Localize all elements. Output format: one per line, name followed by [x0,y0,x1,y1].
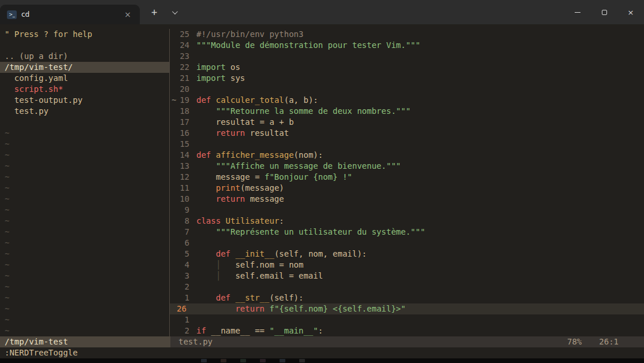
tilde-marker: ~ [0,183,169,194]
minimize-button[interactable] [564,0,591,24]
editor-line[interactable]: 12 message = f"Bonjour {nom} !" [170,172,644,183]
tilde-marker: ~ [0,128,169,139]
editor-line[interactable]: 22import os [170,62,644,73]
line-number: 13 [170,161,196,172]
line-number: 16 [170,128,196,139]
editor-line[interactable]: 8class Utilisateur: [170,216,644,227]
editor-line[interactable]: 5 def __init__(self, nom, email): [170,249,644,260]
line-number: 4 [170,260,196,271]
editor-line[interactable]: 6 [170,238,644,249]
editor-line[interactable]: 4 │ self.nom = nom [170,260,644,271]
line-number: 17 [170,117,196,128]
editor-line[interactable]: 3 │ self.email = email [170,271,644,281]
code-text: def __init__(self, nom, email): [196,249,367,258]
code-text: if __name__ == "__main__": [196,326,323,335]
editor-line[interactable]: 24"""Module de démonstration pour tester… [170,40,644,51]
editor-line[interactable]: 7 """Représente un utilisateur du systèm… [170,227,644,238]
line-number: 14 [170,150,196,161]
line-number: 2 [170,281,196,292]
editor-line[interactable]: 13 """Affiche un message de bienvenue.""… [170,161,644,172]
editor-line[interactable]: 18 """Retourne la somme de deux nombres.… [170,106,644,117]
code-text: resultat = a + b [196,117,294,127]
tree-item[interactable]: script.sh* [0,84,169,95]
code-text: print(message) [196,183,284,192]
tilde-marker: ~ [0,314,169,325]
code-text: return message [196,194,284,203]
tree-item[interactable]: config.yaml [0,73,169,84]
terminal-icon: >_ [7,10,17,19]
code-text: │ self.email = email [196,271,323,280]
editor-line[interactable]: 15 [170,139,644,150]
editor-line[interactable]: 9 [170,205,644,216]
line-number: 1 [170,314,196,325]
editor-line[interactable]: 2 [170,281,644,292]
maximize-icon [602,10,607,15]
line-number: 20 [170,84,196,95]
tree-item-selected[interactable]: /tmp/vim-test/ [0,62,169,73]
editor-line[interactable]: 11 print(message) [170,183,644,194]
tree-item[interactable]: test.py [0,106,169,117]
editor-line[interactable]: 16 return resultat [170,128,644,139]
editor-line[interactable]: 10 return message [170,194,644,205]
taskbar-icons-hint [201,359,305,362]
editor-line[interactable]: 2if __name__ == "__main__": [170,325,644,336]
line-number: 3 [170,271,196,281]
line-number: 26 [170,303,196,314]
editor-line[interactable]: ~19def calculer_total(a, b): [170,95,644,106]
new-tab-button[interactable]: + [147,5,162,20]
editor-line[interactable]: 23 [170,51,644,62]
tilde-marker: ~ [0,194,169,205]
code-text: return f"{self.nom} <{self.email}>" [196,304,405,313]
tilde-marker: ~ [0,205,169,216]
statusline-filename: test.py [170,336,213,347]
gutter-sign: ~ [172,95,176,106]
taskbar-sliver [0,358,644,363]
statusline-editor: test.py 78% 26:1 [170,336,644,347]
terminal-window: >_ cd × + × " Press ? for help.. (up a d… [0,0,644,363]
close-button[interactable]: × [617,0,644,24]
tilde-marker: ~ [0,238,169,249]
tilde-marker: ~ [0,260,169,271]
code-text: def calculer_total(a, b): [196,95,318,105]
maximize-button[interactable] [591,0,617,24]
editor-line[interactable]: 1 [170,314,644,325]
line-number: 2 [170,325,196,336]
minimize-icon [575,12,580,13]
vim-command-line[interactable]: :NERDTreeToggle [0,347,644,358]
statusline-tree-path: /tmp/vim-test [0,336,170,347]
line-number: 11 [170,183,196,194]
tab-close-icon[interactable]: × [121,9,134,20]
editor-line[interactable]: 1 def __str__(self): [170,292,644,303]
tilde-marker: ~ [0,172,169,183]
chevron-down-icon [172,9,178,14]
tab-cd[interactable]: >_ cd × [0,5,140,24]
line-number: 7 [170,227,196,238]
tilde-marker: ~ [0,216,169,227]
vim-statusline: /tmp/vim-test test.py 78% 26:1 [0,336,644,347]
line-number: 23 [170,51,196,62]
statusline-percent: 78% [567,336,582,347]
editor-line[interactable]: 14def afficher_message(nom): [170,150,644,161]
statusline-ruler: 26:1 [599,336,619,347]
tab-dropdown-button[interactable] [166,6,182,19]
line-number: 6 [170,238,196,249]
tree-blank-row [0,117,169,128]
editor-line[interactable]: 20 [170,84,644,95]
line-number: 25 [170,29,196,40]
tree-item[interactable]: test-output.py [0,95,169,106]
line-number: 24 [170,40,196,51]
editor-line-current[interactable]: 26 return f"{self.nom} <{self.email}>" [170,303,644,314]
editor-line[interactable]: 17 resultat = a + b [170,117,644,128]
editor-line[interactable]: 25#!/usr/bin/env python3 [170,29,644,40]
tilde-marker: ~ [0,139,169,150]
code-text: """Module de démonstration pour tester V… [196,40,420,50]
tab-title: cd [21,10,29,18]
line-number: 18 [170,106,196,117]
tree-item-up-dir[interactable]: .. (up a dir) [0,51,169,62]
code-text: │ self.nom = nom [196,260,303,269]
tilde-marker: ~ [0,227,169,238]
line-number: 15 [170,139,196,150]
tilde-marker: ~ [0,303,169,314]
editor-line[interactable]: 21import sys [170,73,644,84]
code-text: class Utilisateur: [196,216,284,225]
